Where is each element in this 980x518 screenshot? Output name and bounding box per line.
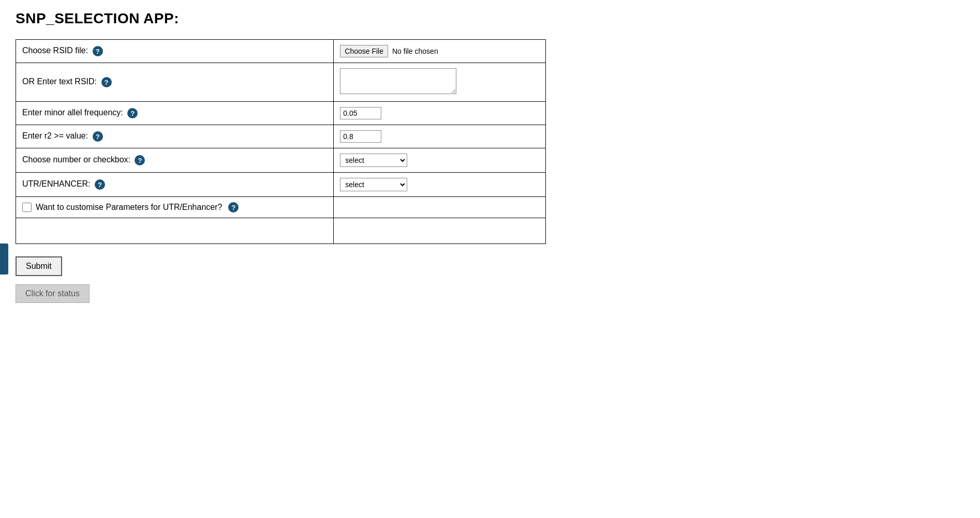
rsid-file-input-cell: Choose File No file chosen	[334, 40, 546, 63]
submit-button[interactable]: Submit	[16, 256, 62, 276]
customise-help-icon[interactable]: ?	[228, 202, 239, 212]
file-input-wrapper: Choose File No file chosen	[340, 45, 539, 57]
r2-label: Enter r2 >= value: ?	[16, 125, 334, 148]
customise-label: Want to customise Parameters for UTR/Enh…	[16, 197, 334, 218]
rsid-text-input-cell	[334, 63, 546, 102]
maf-input-cell	[334, 102, 546, 125]
number-checkbox-label: Choose number or checkbox: ?	[16, 148, 334, 173]
rsid-file-label: Choose RSID file: ?	[16, 40, 334, 63]
page-title: SNP_SELECTION APP:	[16, 10, 964, 27]
r2-help-icon[interactable]: ?	[93, 131, 103, 142]
utr-input-cell: select option1 option2	[334, 173, 546, 197]
customise-input-cell	[334, 197, 546, 218]
no-file-text: No file chosen	[392, 47, 438, 55]
number-checkbox-select[interactable]: select option1 option2	[340, 154, 407, 167]
r2-input-cell	[334, 125, 546, 148]
form-table: Choose RSID file: ? Choose File No file …	[16, 39, 546, 244]
number-checkbox-input-cell: select option1 option2	[334, 148, 546, 173]
table-row	[16, 218, 546, 244]
maf-label: Enter minor allel frequency: ?	[16, 102, 334, 125]
rsid-text-label: OR Enter text RSID: ?	[16, 63, 334, 102]
side-tab	[0, 243, 8, 275]
utr-label: UTR/ENHANCER: ?	[16, 173, 334, 197]
customise-checkbox[interactable]	[22, 203, 32, 212]
utr-select[interactable]: select option1 option2	[340, 178, 407, 191]
empty-label-cell	[16, 218, 334, 244]
r2-input[interactable]	[340, 130, 381, 143]
empty-input-cell	[334, 218, 546, 244]
utr-help-icon[interactable]: ?	[95, 179, 105, 190]
table-row: OR Enter text RSID: ?	[16, 63, 546, 102]
maf-input[interactable]	[340, 107, 381, 119]
button-area: Submit Click for status	[16, 256, 964, 303]
number-checkbox-help-icon[interactable]: ?	[135, 155, 145, 165]
choose-file-button[interactable]: Choose File	[340, 45, 388, 57]
table-row: Choose number or checkbox: ? select opti…	[16, 148, 546, 173]
customise-checkbox-row: Want to customise Parameters for UTR/Enh…	[22, 202, 327, 212]
table-row: UTR/ENHANCER: ? select option1 option2	[16, 173, 546, 197]
status-button[interactable]: Click for status	[16, 284, 90, 303]
table-row: Want to customise Parameters for UTR/Enh…	[16, 197, 546, 218]
maf-help-icon[interactable]: ?	[127, 108, 138, 118]
table-row: Choose RSID file: ? Choose File No file …	[16, 40, 546, 63]
table-row: Enter r2 >= value: ?	[16, 125, 546, 148]
rsid-text-help-icon[interactable]: ?	[101, 77, 112, 87]
rsid-textarea[interactable]	[340, 68, 456, 94]
rsid-file-help-icon[interactable]: ?	[93, 46, 103, 56]
table-row: Enter minor allel frequency: ?	[16, 102, 546, 125]
